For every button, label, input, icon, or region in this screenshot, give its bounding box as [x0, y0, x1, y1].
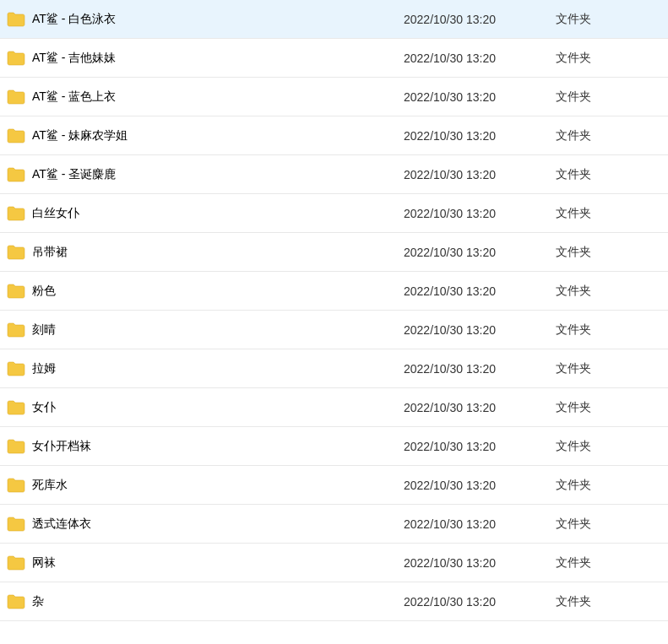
col-type: 文件夹	[539, 206, 661, 221]
item-name: 死库水	[32, 478, 68, 493]
item-name: 女仆开档袜	[32, 439, 91, 454]
table-row[interactable]: 粉色 2022/10/30 13:20 文件夹	[0, 272, 668, 311]
folder-icon	[7, 245, 25, 260]
table-row[interactable]: AT鲨 - 妹麻农学姐 2022/10/30 13:20 文件夹	[0, 116, 668, 155]
table-row[interactable]: AT鲨 - 白色泳衣 2022/10/30 13:20 文件夹	[0, 0, 668, 39]
file-list: AT鲨 - 白色泳衣 2022/10/30 13:20 文件夹 AT鲨 - 吉他…	[0, 0, 668, 621]
col-name: 女仆	[7, 400, 387, 415]
table-row[interactable]: AT鲨 - 圣诞麋鹿 2022/10/30 13:20 文件夹	[0, 155, 668, 194]
col-type: 文件夹	[539, 12, 661, 27]
table-row[interactable]: 刻晴 2022/10/30 13:20 文件夹	[0, 311, 668, 349]
col-date: 2022/10/30 13:20	[387, 362, 539, 376]
col-name: 透式连体衣	[7, 517, 387, 532]
col-name: 白丝女仆	[7, 206, 387, 221]
item-name: 透式连体衣	[32, 517, 91, 532]
folder-icon	[7, 51, 25, 66]
table-row[interactable]: 拉姆 2022/10/30 13:20 文件夹	[0, 349, 668, 388]
folder-icon	[7, 322, 25, 338]
folder-icon	[7, 555, 25, 571]
col-date: 2022/10/30 13:20	[387, 479, 539, 492]
item-name: AT鲨 - 圣诞麋鹿	[32, 167, 116, 182]
col-type: 文件夹	[539, 555, 661, 571]
folder-icon	[7, 361, 25, 376]
col-date: 2022/10/30 13:20	[387, 323, 539, 337]
item-name: 粉色	[32, 284, 56, 299]
col-name: 刻晴	[7, 322, 387, 338]
col-type: 文件夹	[539, 245, 661, 260]
table-row[interactable]: 杂 2022/10/30 13:20 文件夹	[0, 582, 668, 621]
col-date: 2022/10/30 13:20	[387, 401, 539, 414]
col-type: 文件夹	[539, 51, 661, 66]
col-type: 文件夹	[539, 167, 661, 182]
col-type: 文件夹	[539, 284, 661, 299]
table-row[interactable]: 死库水 2022/10/30 13:20 文件夹	[0, 466, 668, 505]
col-date: 2022/10/30 13:20	[387, 284, 539, 298]
folder-icon	[7, 594, 25, 609]
item-name: 拉姆	[32, 361, 56, 376]
col-date: 2022/10/30 13:20	[387, 207, 539, 220]
folder-icon	[7, 12, 25, 27]
item-name: 白丝女仆	[32, 206, 79, 221]
col-type: 文件夹	[539, 478, 661, 493]
col-date: 2022/10/30 13:20	[387, 168, 539, 181]
col-name: 女仆开档袜	[7, 439, 387, 454]
folder-icon	[7, 400, 25, 415]
table-row[interactable]: 女仆 2022/10/30 13:20 文件夹	[0, 388, 668, 427]
folder-icon	[7, 284, 25, 299]
col-name: 粉色	[7, 284, 387, 299]
folder-icon	[7, 128, 25, 143]
item-name: AT鲨 - 白色泳衣	[32, 12, 116, 27]
table-row[interactable]: 透式连体衣 2022/10/30 13:20 文件夹	[0, 505, 668, 544]
folder-icon	[7, 206, 25, 221]
col-date: 2022/10/30 13:20	[387, 517, 539, 531]
item-name: AT鲨 - 妹麻农学姐	[32, 128, 128, 143]
col-type: 文件夹	[539, 439, 661, 454]
folder-icon	[7, 517, 25, 532]
table-row[interactable]: 白丝女仆 2022/10/30 13:20 文件夹	[0, 194, 668, 233]
col-date: 2022/10/30 13:20	[387, 51, 539, 65]
col-date: 2022/10/30 13:20	[387, 440, 539, 453]
table-row[interactable]: 网袜 2022/10/30 13:20 文件夹	[0, 544, 668, 582]
col-name: AT鲨 - 白色泳衣	[7, 12, 387, 27]
col-name: 网袜	[7, 555, 387, 571]
col-name: AT鲨 - 吉他妹妹	[7, 51, 387, 66]
col-name: 死库水	[7, 478, 387, 493]
col-name: 拉姆	[7, 361, 387, 376]
item-name: AT鲨 - 吉他妹妹	[32, 51, 116, 66]
col-type: 文件夹	[539, 322, 661, 338]
col-type: 文件夹	[539, 400, 661, 415]
col-date: 2022/10/30 13:20	[387, 556, 539, 570]
item-name: 吊带裙	[32, 245, 68, 260]
folder-icon	[7, 167, 25, 182]
item-name: 网袜	[32, 555, 56, 571]
col-type: 文件夹	[539, 594, 661, 609]
col-type: 文件夹	[539, 128, 661, 143]
item-name: 女仆	[32, 400, 56, 415]
col-date: 2022/10/30 13:20	[387, 90, 539, 104]
folder-icon	[7, 478, 25, 493]
table-row[interactable]: AT鲨 - 吉他妹妹 2022/10/30 13:20 文件夹	[0, 39, 668, 78]
col-type: 文件夹	[539, 517, 661, 532]
col-name: AT鲨 - 蓝色上衣	[7, 89, 387, 105]
col-date: 2022/10/30 13:20	[387, 13, 539, 26]
item-name: 刻晴	[32, 322, 56, 338]
col-date: 2022/10/30 13:20	[387, 595, 539, 609]
item-name: AT鲨 - 蓝色上衣	[32, 89, 116, 105]
col-name: AT鲨 - 圣诞麋鹿	[7, 167, 387, 182]
col-name: 吊带裙	[7, 245, 387, 260]
col-date: 2022/10/30 13:20	[387, 129, 539, 143]
col-name: AT鲨 - 妹麻农学姐	[7, 128, 387, 143]
col-type: 文件夹	[539, 361, 661, 376]
table-row[interactable]: 女仆开档袜 2022/10/30 13:20 文件夹	[0, 427, 668, 466]
table-row[interactable]: AT鲨 - 蓝色上衣 2022/10/30 13:20 文件夹	[0, 78, 668, 116]
table-row[interactable]: 吊带裙 2022/10/30 13:20 文件夹	[0, 233, 668, 272]
folder-icon	[7, 89, 25, 105]
col-type: 文件夹	[539, 89, 661, 105]
col-date: 2022/10/30 13:20	[387, 246, 539, 259]
col-name: 杂	[7, 594, 387, 609]
item-name: 杂	[32, 594, 44, 609]
folder-icon	[7, 439, 25, 454]
